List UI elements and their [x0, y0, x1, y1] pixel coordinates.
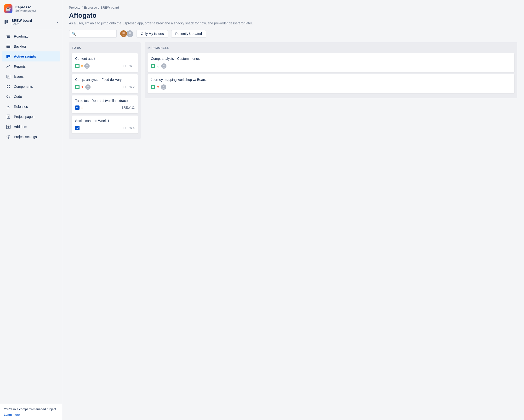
card-icons-1: ≡ — [75, 63, 90, 69]
assignee-avatar-5[interactable] — [161, 63, 166, 69]
assignee-avatar-1[interactable] — [84, 63, 90, 69]
avatar-filters — [120, 30, 134, 38]
sidebar-item-label-backlog: Backlog — [14, 44, 26, 48]
board-container: TO DO Content audit ≡ — [69, 42, 517, 139]
sidebar-item-label-sprints: Active sprints — [14, 55, 36, 58]
components-icon — [6, 84, 11, 89]
sidebar: ☕ Espresso Software project BREW board B… — [0, 0, 62, 420]
sidebar-item-label-components: Components — [14, 85, 33, 89]
breadcrumb-espresso[interactable]: Espresso — [84, 6, 97, 9]
sidebar-item-roadmap[interactable]: Roadmap — [2, 31, 60, 41]
sidebar-item-releases[interactable]: Releases — [2, 102, 60, 112]
priority-low-icon: ⌄ — [81, 126, 84, 130]
sidebar-item-components[interactable]: Components — [2, 82, 60, 92]
card-footer-6: ⬆ — [151, 84, 511, 90]
card-comp-custom-menus[interactable]: Comp. analysis—Custom menus ⌄ — [148, 53, 515, 72]
card-title-journey: Journey mapping workshop w/ Beanz — [151, 78, 511, 82]
assignee-avatar-6[interactable] — [161, 84, 166, 90]
card-title-comp-custom: Comp. analysis—Custom menus — [151, 57, 511, 60]
sidebar-item-add-item[interactable]: Add item — [2, 122, 60, 132]
svg-rect-8 — [7, 55, 8, 58]
sidebar-item-label-project-pages: Project pages — [14, 115, 35, 119]
board-icon — [4, 20, 9, 25]
svg-rect-14 — [7, 85, 8, 86]
sidebar-item-label-reports: Reports — [14, 65, 26, 68]
issue-type-story-icon-3 — [151, 64, 155, 68]
card-footer-4: ⌄ BREW-5 — [75, 126, 135, 130]
column-todo: TO DO Content audit ≡ — [69, 42, 141, 139]
project-type: Software project — [15, 9, 36, 12]
sidebar-item-label-project-settings: Project settings — [14, 135, 37, 139]
svg-point-34 — [87, 86, 89, 87]
settings-icon — [6, 134, 11, 139]
board-name: BREW board — [11, 19, 32, 23]
sidebar-nav: Roadmap Backlog Active sprints — [0, 31, 62, 142]
main-content: Projects / Espresso / BREW board Affogat… — [62, 0, 524, 420]
sidebar-item-project-pages[interactable]: Project pages — [2, 112, 60, 122]
card-icons-3: ≡ — [75, 105, 83, 110]
sidebar-item-issues[interactable]: Issues — [2, 72, 60, 82]
svg-point-38 — [163, 86, 164, 87]
sidebar-item-backlog[interactable]: Backlog — [2, 41, 60, 51]
svg-point-32 — [86, 65, 88, 66]
sidebar-item-project-settings[interactable]: Project settings — [2, 132, 60, 142]
reports-icon — [6, 64, 11, 69]
card-social-content[interactable]: Social content: Week 1 ⌄ BREW-5 — [72, 116, 138, 134]
releases-icon — [6, 104, 11, 109]
sidebar-item-label-code: Code — [14, 95, 22, 99]
board-item[interactable]: BREW board Board ▾ — [0, 16, 62, 28]
card-icons-5: ⌄ — [151, 63, 166, 69]
card-title-content-audit: Content audit — [75, 57, 135, 60]
recently-updated-button[interactable]: Recently Updated — [171, 30, 206, 38]
search-box[interactable]: 🔍 — [69, 30, 117, 38]
priority-low-chevron-icon: ⌄ — [157, 64, 160, 68]
issue-type-story-icon — [75, 64, 79, 68]
issue-type-task-icon-2 — [75, 126, 79, 130]
sidebar-item-label-issues: Issues — [14, 75, 24, 78]
breadcrumb: Projects / Espresso / BREW board — [69, 6, 517, 9]
pages-icon — [6, 114, 11, 119]
card-taste-test[interactable]: Taste test: Round 1 (vanilla extract) ≡ … — [72, 95, 138, 113]
board-sublabel: Board — [11, 23, 32, 26]
project-icon: ☕ — [4, 4, 12, 13]
card-id-3: BREW-12 — [122, 106, 135, 109]
svg-rect-2 — [7, 35, 10, 36]
svg-rect-12 — [8, 76, 9, 77]
card-comp-analysis-food[interactable]: Comp. analysis—Food delivery ⬆ — [72, 74, 138, 93]
column-todo-header: TO DO — [72, 45, 138, 50]
card-journey-mapping[interactable]: Journey mapping workshop w/ Beanz ⬆ — [148, 74, 515, 93]
svg-rect-15 — [9, 85, 10, 86]
card-id-2: BREW-2 — [123, 85, 135, 89]
svg-rect-17 — [9, 87, 10, 88]
sidebar-item-code[interactable]: Code — [2, 92, 60, 102]
sidebar-item-reports[interactable]: Reports — [2, 61, 60, 72]
only-my-issues-button[interactable]: Only My Issues — [137, 30, 168, 38]
issue-type-story-icon-4 — [151, 85, 155, 89]
sidebar-item-label-add-item: Add item — [14, 125, 27, 129]
column-in-progress: IN PROGRESS Comp. analysis—Custom menus … — [145, 42, 517, 98]
search-icon: 🔍 — [72, 32, 76, 36]
sidebar-item-label-roadmap: Roadmap — [14, 34, 28, 38]
add-icon — [6, 124, 11, 129]
board-labels: BREW board Board — [11, 19, 32, 26]
svg-point-28 — [122, 32, 125, 34]
breadcrumb-brew-board: BREW board — [101, 6, 119, 9]
priority-high-chevron-icon: ⬆ — [157, 85, 159, 89]
assignee-avatar-2[interactable] — [85, 84, 90, 90]
sidebar-item-active-sprints[interactable]: Active sprints — [2, 51, 60, 61]
card-content-audit[interactable]: Content audit ≡ — [72, 53, 138, 72]
avatar-user-1[interactable] — [120, 30, 127, 38]
sidebar-bottom: You're in a company-managed project Lear… — [0, 404, 62, 420]
learn-more-link[interactable]: Learn more — [4, 413, 20, 416]
project-header: ☕ Espresso Software project — [0, 0, 62, 16]
project-name: Espresso — [15, 5, 36, 9]
priority-medium-icon-2: ≡ — [81, 106, 83, 109]
breadcrumb-projects[interactable]: Projects — [69, 6, 80, 9]
card-title-social: Social content: Week 1 — [75, 119, 135, 123]
svg-rect-13 — [8, 77, 8, 78]
board-chevron-icon: ▾ — [57, 21, 58, 24]
svg-rect-0 — [5, 20, 6, 24]
issue-type-task-icon — [75, 105, 79, 110]
search-input[interactable] — [78, 32, 114, 36]
svg-rect-3 — [7, 36, 9, 37]
